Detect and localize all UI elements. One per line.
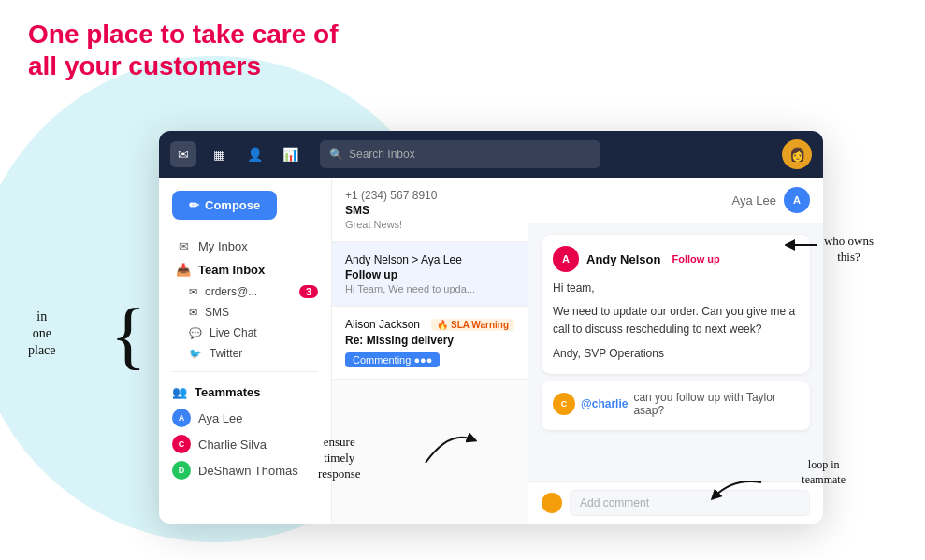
preview-sender-andy: Andy Nelson > Aya Lee: [345, 253, 514, 266]
nav-contacts-icon[interactable]: 👤: [241, 141, 267, 167]
preview-snippet-andy: Hi Team, We need to upda...: [345, 283, 514, 294]
my-inbox-icon: ✉: [176, 239, 191, 253]
search-icon: 🔍: [329, 148, 343, 161]
brace-icon: {: [110, 297, 146, 372]
live-chat-label: Live Chat: [210, 326, 257, 339]
comment-mention: @charlie: [581, 397, 628, 410]
sidebar-team-inbox-label: Team Inbox: [198, 263, 265, 277]
twitter-icon: 🐦: [189, 348, 202, 360]
sidebar-divider: [172, 371, 318, 372]
deshawn-avatar: D: [172, 461, 191, 480]
preview-phone: +1 (234) 567 8910: [345, 189, 514, 202]
sidebar: ✏ Compose ✉ My Inbox 📥 Team Inbox ✉ orde…: [159, 178, 332, 524]
compose-icon: ✏: [189, 198, 199, 212]
preview-type: SMS: [345, 204, 514, 217]
assignee-avatar[interactable]: A: [784, 187, 810, 213]
conversation-panel: Aya Lee A A Andy Nelson Follow up Hi tea…: [528, 178, 823, 524]
comment-avatar: C: [553, 393, 575, 415]
nav-calendar-icon[interactable]: ▦: [206, 141, 232, 167]
preview-text: Great News!: [345, 219, 514, 230]
message-signature: Andy, SVP Operations: [553, 345, 799, 363]
commenting-badge: Commenting ●●●: [345, 352, 440, 367]
add-comment-placeholder: Add comment: [580, 496, 649, 510]
heading-line1: One place to take care of: [28, 20, 338, 49]
message-body: Hi team, We need to update our order. Ca…: [553, 280, 799, 363]
teammate-deshawn[interactable]: D DeShawn Thomas: [159, 457, 331, 483]
teammates-label: Teammates: [195, 385, 261, 399]
charlie-avatar: C: [172, 435, 191, 453]
sidebar-sub-twitter[interactable]: 🐦 Twitter: [159, 343, 331, 364]
nav-bar: ✉ ▦ 👤 📊 🔍 Search Inbox 👩: [159, 131, 823, 178]
sla-warning-badge: 🔥 SLA Warning: [431, 319, 514, 331]
nav-reports-icon[interactable]: 📊: [277, 141, 303, 167]
main-content: ✏ Compose ✉ My Inbox 📥 Team Inbox ✉ orde…: [159, 178, 823, 524]
annotation-loop-in-teammate: loop inteammate: [802, 458, 846, 487]
sms-icon: ✉: [189, 307, 197, 319]
aya-name: Aya Lee: [198, 411, 242, 425]
orders-badge: 3: [299, 285, 318, 298]
comment-text: can you follow up with Taylor asap?: [633, 391, 799, 417]
sms-label: SMS: [205, 306, 229, 319]
search-placeholder: Search Inbox: [349, 148, 415, 161]
sidebar-item-my-inbox[interactable]: ✉ My Inbox: [163, 235, 327, 258]
message-tag: Follow up: [672, 253, 719, 265]
teammate-aya[interactable]: A Aya Lee: [159, 405, 331, 431]
preview-subject-andy: Follow up: [345, 268, 514, 281]
sidebar-sub-orders[interactable]: ✉ orders@... 3: [159, 281, 331, 302]
message-content: We need to update our order. Can you giv…: [553, 303, 799, 338]
message-item-sms[interactable]: +1 (234) 567 8910 SMS Great News!: [332, 178, 528, 242]
preview-subject-alison: Re: Missing delivery: [345, 334, 514, 347]
message-greeting: Hi team,: [553, 280, 799, 297]
conversation-header: Aya Lee A: [528, 178, 823, 223]
nav-inbox-icon[interactable]: ✉: [170, 141, 196, 167]
sender-name: Andy Nelson: [586, 252, 660, 266]
charlie-name: Charlie Silva: [198, 438, 267, 452]
main-heading: One place to take care of all your custo…: [28, 19, 338, 81]
message-card-header: A Andy Nelson Follow up: [553, 246, 799, 272]
teammates-section: 👥 Teammates: [159, 380, 331, 405]
arrow-loop-in: [705, 473, 780, 510]
preview-sender-alison: Alison Jackson: [345, 318, 420, 331]
annotation-in-one-place: inoneplace: [28, 309, 56, 360]
sidebar-item-team-inbox[interactable]: 📥 Team Inbox: [163, 258, 327, 281]
sidebar-sub-live-chat[interactable]: 💬 Live Chat: [159, 323, 331, 343]
nav-user-avatar[interactable]: 👩: [782, 139, 812, 169]
teammates-icon: 👥: [172, 385, 187, 399]
arrow-who-owns: [785, 231, 822, 259]
heading-line2: all your customers: [28, 51, 261, 80]
sidebar-sub-sms[interactable]: ✉ SMS: [159, 302, 331, 323]
annotation-who-owns: who ownsthis?: [824, 234, 874, 266]
app-window: ✉ ▦ 👤 📊 🔍 Search Inbox 👩 ✏ Compose ✉ My …: [159, 131, 823, 524]
message-list: +1 (234) 567 8910 SMS Great News! Andy N…: [332, 178, 528, 524]
compose-button[interactable]: ✏ Compose: [172, 191, 277, 220]
teammate-charlie[interactable]: C Charlie Silva: [159, 431, 331, 457]
deshawn-name: DeShawn Thomas: [198, 464, 298, 478]
add-comment-avatar: [542, 493, 562, 513]
sender-avatar: A: [553, 246, 579, 272]
message-item-andy[interactable]: Andy Nelson > Aya Lee Follow up Hi Team,…: [332, 242, 528, 307]
team-inbox-icon: 📥: [176, 263, 191, 277]
message-item-alison[interactable]: Alison Jackson 🔥 SLA Warning Re: Missing…: [332, 307, 528, 380]
message-card: A Andy Nelson Follow up Hi team, We need…: [542, 235, 810, 374]
search-bar[interactable]: 🔍 Search Inbox: [320, 140, 600, 168]
live-chat-icon: 💬: [189, 327, 202, 339]
assignee-label: Aya Lee: [732, 194, 776, 208]
annotation-ensure-timely: ensuretimelyresponse: [318, 435, 361, 482]
sidebar-my-inbox-label: My Inbox: [198, 239, 248, 253]
twitter-label: Twitter: [210, 347, 242, 360]
comment-area: C @charlie can you follow up with Taylor…: [542, 381, 810, 430]
arrow-ensure-timely: [421, 421, 477, 467]
aya-avatar: A: [172, 409, 191, 427]
compose-label: Compose: [205, 198, 260, 212]
orders-icon: ✉: [189, 286, 197, 298]
orders-label: orders@...: [205, 285, 257, 298]
